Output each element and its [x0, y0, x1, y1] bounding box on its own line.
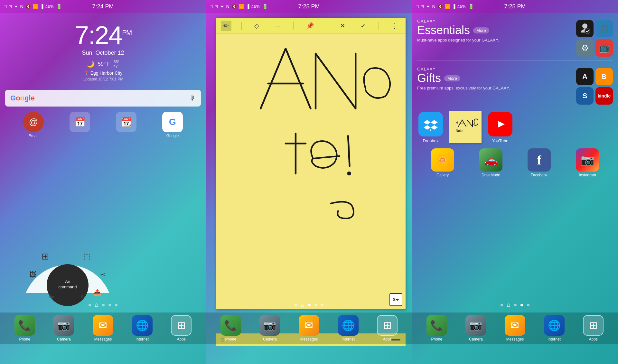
dropbox-label: Dropbox: [423, 138, 438, 143]
dot-2-1[interactable]: [295, 304, 297, 306]
dot-2-3[interactable]: [314, 304, 317, 306]
home-button-dot-3[interactable]: ⌂: [507, 302, 510, 308]
home-button-dot[interactable]: ⌂: [95, 302, 98, 308]
gifts-more-btn[interactable]: More: [444, 75, 460, 81]
gifts-app-4[interactable]: kindle: [595, 87, 613, 105]
eraser-tool[interactable]: ◇: [252, 21, 262, 31]
dot-3-2[interactable]: [514, 304, 517, 306]
status-icons-left-2: □ ⊡ ✦ N 🔇 📶 ▐ 46% 🔋: [210, 4, 268, 9]
email-app[interactable]: @ Email: [23, 112, 44, 138]
dock-messages-2[interactable]: ✉ Messages: [299, 315, 319, 341]
essentials-app-4[interactable]: 📺: [595, 39, 613, 57]
dock-camera-3[interactable]: 📷 Camera: [465, 315, 486, 341]
dropbox-app[interactable]: Dropbox: [418, 112, 443, 143]
youtube-label: YouTube: [492, 138, 508, 143]
calendar-app[interactable]: 📅: [70, 112, 90, 138]
bottom-dock-3: 📞 Phone 📷 Camera ✉ Messages 🌐 Internet ⊞…: [412, 313, 618, 364]
phone-label-2: Phone: [225, 337, 236, 341]
apps-icon-3: ⊞: [583, 315, 604, 336]
phone-label-3: Phone: [431, 337, 442, 341]
essentials-more-btn[interactable]: More: [473, 27, 489, 33]
air-command-container[interactable]: Air command ⊞ ⬚ 🖼 ✂ dar Spl 📤: [19, 235, 122, 300]
dot-2-2[interactable]: [308, 304, 311, 306]
messages-label-2: Messages: [300, 337, 318, 341]
svg-text:Air: Air: [65, 279, 70, 284]
google-app[interactable]: G Google: [162, 112, 183, 138]
note-paper[interactable]: S➔: [216, 18, 406, 309]
mic-icon[interactable]: 🎙: [189, 95, 196, 102]
more-tool[interactable]: ⋮: [389, 21, 400, 31]
dot-4[interactable]: [115, 304, 117, 306]
gifts-app-2[interactable]: B: [595, 68, 613, 85]
camera-label-3: Camera: [469, 337, 483, 341]
gifts-app-3[interactable]: S: [576, 87, 594, 105]
camera-icon-2: 📷: [259, 315, 280, 336]
pen-tool[interactable]: ✏: [221, 21, 231, 31]
close-tool[interactable]: ✕: [337, 21, 348, 31]
clock-widget: 7:24PM Sun, October 12 🌙 59° F 63° 47° 📍…: [5, 16, 201, 85]
gifts-app-1[interactable]: A: [576, 68, 594, 85]
toolbar-sep-2: [293, 22, 294, 30]
pin-tool[interactable]: 📌: [304, 21, 317, 31]
clock-weather: 🌙 59° F 63° 47°: [5, 60, 201, 69]
svg-text:✂: ✂: [99, 271, 105, 279]
instagram-app[interactable]: 📷 Instagram: [576, 148, 599, 177]
sim-icon-2: □: [210, 4, 212, 9]
splanner-app[interactable]: 📆: [116, 112, 136, 138]
youtube-app[interactable]: YouTube: [488, 112, 512, 143]
screenshot-icon: ⊡: [8, 4, 12, 9]
signal-icon-3: ▐: [452, 4, 455, 9]
apps-label-3: Apps: [589, 337, 597, 341]
dot-3[interactable]: [108, 304, 111, 306]
gifts-apps-grid: A B S kindle: [576, 68, 613, 105]
apps-icon: ⊞: [171, 315, 192, 336]
facebook-app[interactable]: f Facebook: [528, 148, 551, 177]
toolbar-sep-3: [327, 22, 327, 30]
svg-text:command: command: [58, 285, 77, 289]
drivemode-app[interactable]: 🚗 DriveMode: [479, 148, 502, 177]
google-search-bar[interactable]: Google 🎙: [5, 90, 201, 107]
dock-phone[interactable]: 📞 Phone: [14, 315, 35, 341]
dock-phone-3[interactable]: 📞 Phone: [426, 315, 447, 341]
weather-moon-icon: 🌙: [87, 60, 95, 68]
lasso-tool[interactable]: ⋯: [272, 21, 283, 31]
panel3-main-content: GALAXY Essentials More Must-have apps de…: [412, 13, 618, 181]
dock-internet[interactable]: 🌐 Internet: [132, 315, 153, 341]
status-bar-1: □ ⊡ ✦ N 🔇 📶 ▐ 46% 🔋 7:24 PM: [0, 0, 206, 13]
dot-3-4[interactable]: [527, 304, 529, 306]
sticky-note-app[interactable]: A Note!: [449, 111, 482, 143]
dock-camera-2[interactable]: 📷 Camera: [259, 315, 280, 341]
dot-1[interactable]: [89, 304, 91, 306]
dot-2[interactable]: [102, 304, 105, 306]
dock-apps-3[interactable]: ⊞ Apps: [583, 315, 604, 341]
bottom-apps-row-3: 🌼 Gallery 🚗 DriveMode f Facebook 📷 Insta…: [417, 148, 613, 177]
section-divider-1: [417, 61, 613, 61]
dock-internet-3[interactable]: 🌐 Internet: [544, 315, 565, 341]
dock-apps-3: 📞 Phone 📷 Camera ✉ Messages 🌐 Internet ⊞…: [412, 313, 618, 344]
dock-apps[interactable]: ⊞ Apps: [171, 315, 192, 341]
essentials-app-3[interactable]: ⚙: [576, 39, 594, 57]
check-tool[interactable]: ✓: [358, 21, 369, 31]
dock-messages-3[interactable]: ✉ Messages: [505, 315, 525, 341]
dock-apps-2: 📞 Phone 📷 Camera ✉ Messages 🌐 Internet ⊞…: [206, 313, 412, 344]
dock-internet-2[interactable]: 🌐 Internet: [338, 315, 359, 341]
dot-3-1[interactable]: [501, 304, 503, 306]
dock-camera[interactable]: 📷 Camera: [53, 315, 74, 341]
status-time-3: 7:25 PM: [504, 3, 526, 10]
svg-point-10: [347, 172, 351, 175]
essentials-app-2[interactable]: 🎵: [595, 20, 613, 37]
dot-2-4[interactable]: [321, 304, 323, 306]
dock-apps-2[interactable]: ⊞ Apps: [377, 315, 398, 341]
bottom-dock-1: 📞 Phone 📷 Camera ✉ Messages 🌐 Internet ⊞…: [0, 313, 206, 364]
svg-text:A: A: [455, 121, 458, 125]
dot-3-3[interactable]: [520, 304, 523, 306]
dock-phone-2[interactable]: 📞 Phone: [220, 315, 241, 341]
status-bar-3: □ ⊡ ✦ N 🔇 📶 ▐ 46% 🔋 7:25 PM: [412, 0, 618, 13]
google-app-icon: G: [162, 112, 183, 132]
dock-messages[interactable]: ✉ Messages: [93, 315, 113, 341]
gallery-app[interactable]: 🌼 Gallery: [431, 148, 454, 177]
battery-text-3: 46%: [457, 4, 466, 9]
youtube-icon: [488, 112, 512, 136]
home-button-dot-2[interactable]: ⌂: [301, 302, 304, 308]
essentials-app-1[interactable]: [576, 20, 594, 37]
